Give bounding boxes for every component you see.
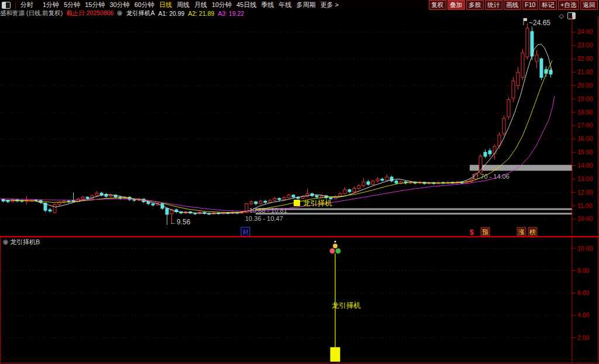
sub-borders bbox=[0, 237, 599, 363]
subchart-dropdown-icon[interactable]: ∨ bbox=[3, 240, 8, 245]
menu-item-9[interactable]: 月线 bbox=[192, 1, 209, 8]
svg-text:21.00: 21.00 bbox=[577, 68, 593, 75]
toolbar-button-F10[interactable]: F10 bbox=[522, 0, 538, 10]
toolbar-button-统计[interactable]: 统计 bbox=[485, 0, 502, 10]
sub-value-axis: 10.008.006.004.002.00 bbox=[572, 245, 593, 341]
svg-text:14.00: 14.00 bbox=[577, 162, 593, 169]
svg-text:23.00: 23.00 bbox=[577, 41, 593, 48]
svg-text:涨: 涨 bbox=[518, 228, 525, 235]
svg-text:8.00: 8.00 bbox=[577, 267, 590, 274]
svg-text:11.00: 11.00 bbox=[577, 202, 593, 209]
svg-text:10.36 - 10.47: 10.36 - 10.47 bbox=[245, 215, 283, 222]
indicator-dropdown-icon[interactable]: ∨ bbox=[117, 11, 122, 16]
svg-text:19.00: 19.00 bbox=[577, 95, 593, 102]
svg-text:$: $ bbox=[470, 228, 474, 237]
period-menu-items: 分时1分钟5分钟15分钟30分钟60分钟日线周线月线10分钟45日线季线年线多周… bbox=[18, 1, 341, 9]
toolbar-button-标记[interactable]: 标记 bbox=[539, 0, 557, 10]
menu-item-1[interactable]: 分时 bbox=[18, 1, 36, 8]
sub-chart-header: ∨ 龙引择机B bbox=[3, 238, 40, 247]
toolbar-button-复权[interactable]: 复权 bbox=[429, 0, 446, 10]
svg-text:18.00: 18.00 bbox=[577, 109, 593, 116]
svg-text:4.00: 4.00 bbox=[577, 311, 590, 318]
sub-gridlines bbox=[0, 248, 572, 338]
toolbar-button-多股[interactable]: 多股 bbox=[466, 0, 484, 10]
signal-marker: 龙引择机 bbox=[330, 241, 362, 362]
period-menubar: 分时1分钟5分钟15分钟30分钟60分钟日线周线月线10分钟45日线季线年线多周… bbox=[0, 0, 599, 10]
svg-text:12.00: 12.00 bbox=[577, 189, 593, 196]
menu-item-8[interactable]: 周线 bbox=[174, 1, 192, 8]
menu-separator bbox=[15, 2, 16, 9]
svg-text:24.00: 24.00 bbox=[577, 28, 593, 35]
menu-item-6[interactable]: 60分钟 bbox=[132, 1, 157, 8]
main-annotations: ~24.65←9.56龙引择机 bbox=[170, 18, 550, 226]
menu-item-5[interactable]: 30分钟 bbox=[108, 1, 132, 8]
svg-text:20.00: 20.00 bbox=[577, 82, 593, 89]
svg-text:15.00: 15.00 bbox=[577, 148, 593, 155]
indicator-sub-chart[interactable]: 10.008.006.004.002.00龙引择机 bbox=[0, 237, 599, 364]
svg-text:龙引择机: 龙引择机 bbox=[332, 301, 361, 310]
svg-text:10.00: 10.00 bbox=[577, 245, 593, 252]
toolbar-button-返回[interactable]: 返回 bbox=[580, 0, 598, 10]
ma3-value: A3: 19.22 bbox=[218, 10, 244, 17]
menu-item-10[interactable]: 10分钟 bbox=[209, 1, 234, 8]
menu-item-11[interactable]: 45日线 bbox=[234, 1, 259, 8]
menu-item-3[interactable]: 5分钟 bbox=[61, 1, 82, 8]
toolbar-button-+自选[interactable]: +自选 bbox=[558, 0, 579, 10]
toolbar-buttons: 复权叠加多股统计画线F10标记+自选返回 bbox=[429, 0, 599, 10]
ma1-value: A1: 20.99 bbox=[158, 10, 184, 17]
svg-text:←9.56: ←9.56 bbox=[170, 218, 191, 226]
svg-text:龙引择机: 龙引择机 bbox=[303, 199, 332, 207]
trading-app-window: 分时1分钟5分钟15分钟30分钟60分钟日线周线月线10分钟45日线季线年线多周… bbox=[0, 0, 599, 364]
price-bands: 12.70 - 14.0610.68 - 10.8110.36 - 10.47 bbox=[245, 165, 572, 222]
ma2-value: A2: 21.89 bbox=[188, 10, 214, 17]
menu-item-14[interactable]: 多周期 bbox=[294, 1, 318, 8]
svg-text:16.00: 16.00 bbox=[577, 135, 593, 142]
menu-item-15[interactable]: 更多 > bbox=[318, 1, 341, 8]
svg-text:财: 财 bbox=[243, 228, 249, 235]
ma-lines-layer bbox=[0, 44, 555, 214]
svg-text:榜: 榜 bbox=[529, 228, 536, 235]
toolbar-button-叠加[interactable]: 叠加 bbox=[447, 0, 465, 10]
svg-text:22.00: 22.00 bbox=[577, 55, 593, 62]
svg-text:~24.65: ~24.65 bbox=[529, 19, 550, 27]
svg-text:预: 预 bbox=[482, 228, 488, 235]
menu-item-7[interactable]: 日线 bbox=[157, 1, 174, 8]
candles-layer bbox=[2, 23, 552, 225]
toolbar-button-画线[interactable]: 画线 bbox=[504, 0, 521, 10]
infobar: 盛和资源 (日线.前复权) 截止日:20250806 ∨ 龙引择机A A1: 2… bbox=[0, 10, 599, 16]
menu-item-2[interactable]: 1分钟 bbox=[40, 1, 61, 8]
subchart-indicator-name: 龙引择机B bbox=[10, 238, 40, 247]
svg-text:10.00: 10.00 bbox=[577, 215, 593, 222]
menu-item-13[interactable]: 年线 bbox=[277, 1, 294, 8]
svg-text:13.00: 13.00 bbox=[577, 175, 593, 182]
menu-item-12[interactable]: 季线 bbox=[259, 1, 277, 8]
svg-text:2.00: 2.00 bbox=[577, 334, 590, 341]
footer-marks[interactable]: 财$预涨榜 bbox=[241, 227, 537, 237]
main-gridlines bbox=[0, 32, 572, 219]
main-candlestick-chart[interactable]: 12.70 - 14.0610.68 - 10.8110.36 - 10.47~… bbox=[0, 16, 599, 237]
menu-item-4[interactable]: 15分钟 bbox=[82, 1, 107, 8]
window-layout-icon[interactable] bbox=[2, 2, 11, 9]
svg-text:6.00: 6.00 bbox=[577, 289, 590, 296]
svg-text:17.00: 17.00 bbox=[577, 122, 593, 129]
